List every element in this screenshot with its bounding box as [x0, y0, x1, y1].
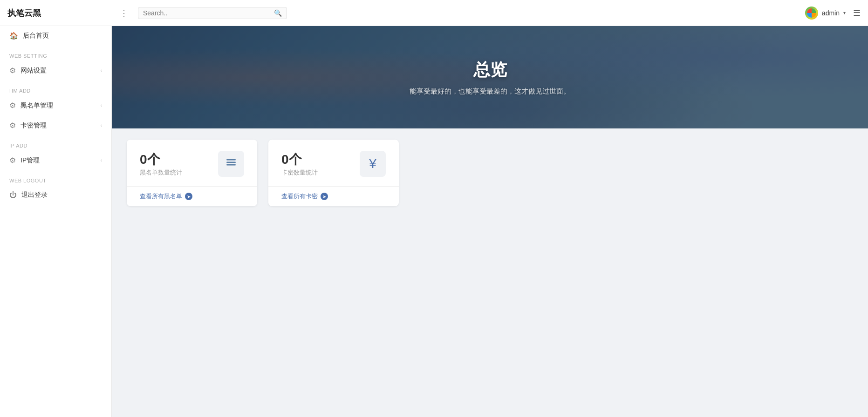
- gear-icon: ⚙: [9, 121, 16, 130]
- arrow-circle-icon: ➤: [321, 193, 328, 200]
- sidebar: 🏠 后台首页 WEB SETTING ⚙ 网站设置 ‹ HM ADD ⚙ 黑名单…: [0, 26, 112, 417]
- chevron-right-icon: ‹: [101, 103, 102, 108]
- home-icon: 🏠: [9, 32, 18, 40]
- stat-number-card: 0个 卡密数量统计: [281, 151, 318, 184]
- app-logo: 执笔云黑: [7, 7, 110, 19]
- sidebar-section-ip-add: IP ADD: [0, 135, 111, 150]
- stat-icon-box-list: [218, 151, 244, 177]
- blacklist-link-text: 查看所有黑名单: [140, 192, 182, 201]
- chevron-down-icon: ▾: [843, 10, 846, 15]
- chevron-right-icon: ‹: [101, 158, 102, 163]
- card-link-text: 查看所有卡密: [281, 192, 318, 201]
- search-input[interactable]: [143, 9, 271, 17]
- chevron-right-icon: ‹: [101, 123, 102, 128]
- main-content: 总览 能享受最好的，也能享受最差的，这才做见过世面。 0个 黑名单数量统计: [112, 26, 868, 417]
- search-bar: 🔍: [138, 7, 287, 19]
- yen-icon: ¥: [369, 156, 376, 171]
- blacklist-link[interactable]: 查看所有黑名单 ➤: [140, 187, 244, 206]
- sidebar-item-label: 网站设置: [21, 67, 47, 75]
- sidebar-item-label: 退出登录: [21, 191, 48, 199]
- topnav-right: admin ▾ ☰: [805, 7, 861, 20]
- stat-card-top: 0个 卡密数量统计 ¥: [281, 151, 386, 184]
- username-label: admin: [822, 9, 840, 17]
- sidebar-section-hm-add: HM ADD: [0, 81, 111, 95]
- search-icon: 🔍: [274, 9, 282, 17]
- hero-title: 总览: [473, 59, 507, 81]
- stat-card-top: 0个 黑名单数量统计: [140, 151, 244, 184]
- stat-card-cardmgr: 0个 卡密数量统计 ¥ 查看所有卡密 ➤: [268, 140, 399, 206]
- avatar: [805, 7, 818, 20]
- hero-banner: 总览 能享受最好的，也能享受最差的，这才做见过世面。: [112, 26, 868, 128]
- sidebar-item-label: 后台首页: [23, 32, 49, 40]
- sidebar-item-card-mgr[interactable]: ⚙ 卡密管理 ‹: [0, 115, 111, 135]
- arrow-circle-icon: ➤: [185, 193, 192, 200]
- hero-subtitle: 能享受最好的，也能享受最差的，这才做见过世面。: [410, 87, 570, 96]
- sidebar-item-dashboard[interactable]: 🏠 后台首页: [0, 26, 111, 46]
- stat-card-blacklist: 0个 黑名单数量统计: [127, 140, 257, 206]
- user-menu[interactable]: admin ▾: [805, 7, 846, 20]
- layout: 🏠 后台首页 WEB SETTING ⚙ 网站设置 ‹ HM ADD ⚙ 黑名单…: [0, 26, 868, 417]
- sidebar-section-web-setting: WEB SETTING: [0, 46, 111, 61]
- chevron-right-icon: ‹: [101, 68, 102, 73]
- sidebar-item-label: 卡密管理: [21, 121, 47, 130]
- list-icon: [225, 156, 238, 172]
- sidebar-item-logout[interactable]: ⏻ 退出登录: [0, 185, 111, 205]
- svg-rect-1: [226, 162, 236, 163]
- gear-icon: ⚙: [9, 101, 16, 110]
- dots-menu-button[interactable]: ⋮: [116, 6, 132, 20]
- sidebar-section-web-logout: WEB LOGOUT: [0, 170, 111, 185]
- sidebar-item-label: IP管理: [21, 156, 40, 165]
- stat-icon-box-yen: ¥: [360, 151, 386, 177]
- svg-rect-2: [226, 164, 236, 166]
- hamburger-menu-button[interactable]: ☰: [853, 8, 861, 18]
- gear-icon: ⚙: [9, 66, 16, 75]
- sidebar-item-web-settings[interactable]: ⚙ 网站设置 ‹: [0, 61, 111, 81]
- card-link[interactable]: 查看所有卡密 ➤: [281, 187, 386, 206]
- svg-rect-0: [226, 159, 236, 161]
- cards-section: 0个 黑名单数量统计: [112, 128, 868, 217]
- gear-icon: ⚙: [9, 156, 16, 165]
- sidebar-item-blacklist[interactable]: ⚙ 黑名单管理 ‹: [0, 95, 111, 115]
- sidebar-item-label: 黑名单管理: [21, 101, 53, 110]
- power-icon: ⏻: [9, 191, 17, 199]
- avatar-image: [807, 8, 816, 18]
- stat-number-blacklist: 0个 黑名单数量统计: [140, 151, 182, 184]
- topnav: 执笔云黑 ⋮ 🔍 admin ▾ ☰: [0, 0, 868, 26]
- sidebar-item-ip-mgr[interactable]: ⚙ IP管理 ‹: [0, 150, 111, 170]
